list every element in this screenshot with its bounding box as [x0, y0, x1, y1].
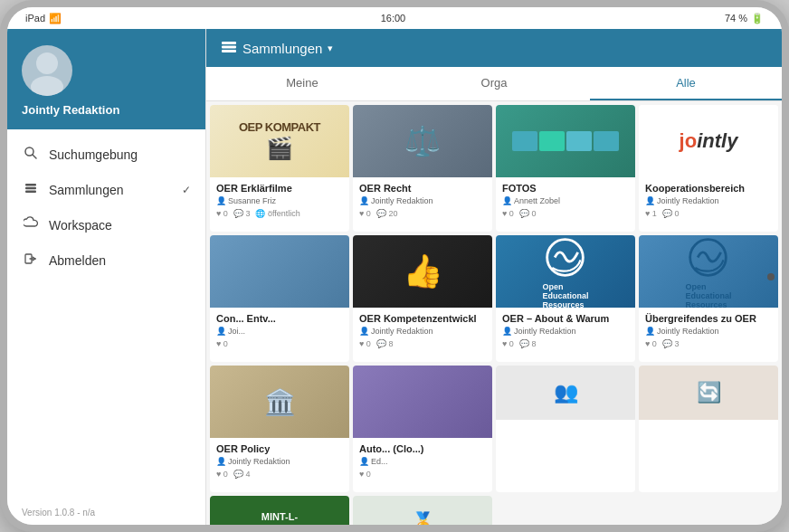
tab-alle[interactable]: Alle	[590, 67, 782, 100]
card-author: 👤Ed...	[359, 457, 486, 466]
scroll-indicator	[767, 273, 775, 280]
card-meta: ♥ 0	[359, 470, 486, 479]
svg-point-0	[36, 52, 58, 74]
card-title: Kooperationsbereich	[645, 182, 772, 195]
status-left: iPad 📶	[25, 13, 62, 24]
status-bar: iPad 📶 16:00 74 % 🔋	[7, 7, 782, 29]
card-info: OER Recht 👤Jointly Redaktion ♥ 0 💬 20	[353, 177, 492, 232]
card-info: Con... Entv... 👤Joi... ♥ 0	[210, 308, 349, 362]
card-row3-1[interactable]: 👥	[496, 366, 635, 492]
card-meta: ♥ 0	[216, 339, 343, 348]
card-info: FOTOS 👤Annett Zobel ♥ 0 💬 0	[496, 177, 635, 232]
card-row3-3[interactable]: MINT-L-OER	[210, 496, 349, 525]
avatar	[22, 45, 72, 96]
check-icon: ✓	[182, 184, 191, 196]
ipad-label: iPad	[25, 13, 45, 24]
card-title: FOTOS	[502, 182, 629, 195]
battery-label: 74 %	[725, 13, 747, 24]
card-uebergreifend[interactable]: OpenEducationalResources Übergreifendes …	[639, 235, 778, 362]
card-meta: ♥ 0 💬 3 🌐 öffentlich	[216, 209, 343, 218]
card-thumbnail: ⚖️	[353, 105, 492, 177]
status-right: 74 % 🔋	[725, 13, 764, 24]
svg-rect-5	[25, 187, 36, 190]
layers-icon	[22, 181, 40, 198]
chevron-down-icon: ▾	[328, 43, 333, 54]
card-thumbnail: 🏛️	[210, 366, 349, 438]
card-oer-kompetenz[interactable]: 👍 OER Kompetenzentwickl 👤Jointly Redakti…	[353, 235, 492, 362]
card-thumbnail: jointly	[639, 105, 778, 177]
card-meta: ♥ 0 💬 8	[502, 339, 629, 348]
card-author: 👤Jointly Redaktion	[645, 327, 772, 336]
svg-point-1	[31, 76, 63, 96]
card-thumbnail: 👍	[353, 235, 492, 308]
card-thumbnail	[353, 366, 492, 438]
card-thumbnail: OpenEducationalResources	[639, 235, 778, 308]
card-fotos[interactable]: FOTOS 👤Annett Zobel ♥ 0 💬 0	[496, 105, 635, 232]
card-title: OER Policy	[216, 442, 343, 455]
card-thumbnail	[496, 105, 635, 177]
sidebar-item-suchumgebung[interactable]: Suchumgebung	[7, 137, 205, 172]
logout-icon	[22, 252, 40, 269]
card-title: OER – About & Warum	[502, 312, 629, 325]
card-thumbnail: 👥	[496, 366, 635, 420]
card-thumbnail	[210, 235, 349, 308]
search-icon	[22, 146, 40, 163]
ipad-content: Jointly Redaktion Suchumgebung	[7, 29, 782, 525]
sidebar-item-sammlungen[interactable]: Sammlungen ✓	[7, 172, 205, 207]
battery-icon: 🔋	[751, 13, 764, 24]
card-info: Kooperationsbereich 👤Jointly Redaktion ♥…	[639, 177, 778, 232]
collections-header-icon	[221, 38, 237, 58]
status-time: 16:00	[381, 13, 406, 24]
card-info: OER – About & Warum 👤Jointly Redaktion ♥…	[496, 308, 635, 362]
card-author: 👤Joi...	[216, 327, 343, 336]
card-title: Con... Entv...	[216, 312, 343, 325]
main-header: Sammlungen ▾	[206, 29, 782, 67]
sidebar-item-label: Suchumgebung	[49, 147, 138, 162]
card-author: 👤Jointly Redaktion	[359, 327, 486, 336]
sidebar-item-label: Abmelden	[49, 253, 106, 268]
card-auto[interactable]: Auto... (Clo...) 👤Ed... ♥ 0	[353, 366, 492, 492]
collections-title: Sammlungen	[242, 41, 322, 56]
tab-bar: Meine Orga Alle	[206, 67, 782, 101]
card-partial1[interactable]: Con... Entv... 👤Joi... ♥ 0	[210, 235, 349, 362]
card-meta: ♥ 0 💬 20	[359, 209, 486, 218]
sidebar-item-abmelden[interactable]: Abmelden	[7, 242, 205, 278]
card-title: Übergreifendes zu OER	[645, 312, 772, 325]
svg-rect-10	[222, 46, 236, 49]
tab-orga[interactable]: Orga	[398, 67, 590, 100]
sidebar-username: Jointly Redaktion	[22, 103, 119, 117]
card-author: 👤Annett Zobel	[502, 196, 629, 205]
ipad-frame: iPad 📶 16:00 74 % 🔋 Jointly Redaktion	[0, 0, 789, 532]
sidebar-item-label: Sammlungen	[49, 183, 124, 197]
sidebar-version: Version 1.0.8 - n/a	[7, 500, 205, 525]
svg-line-3	[33, 155, 36, 158]
main-content: Sammlungen ▾ Meine Orga Alle OEP KOMPAKT…	[206, 29, 782, 525]
sidebar-nav: Suchumgebung Sammlungen ✓	[7, 129, 205, 500]
card-thumbnail: OpenEducationalResources	[496, 235, 635, 308]
sidebar-item-label: Workspace	[49, 218, 112, 233]
sidebar-header: Jointly Redaktion	[7, 29, 205, 129]
card-info: Übergreifendes zu OER 👤Jointly Redaktion…	[639, 308, 778, 362]
card-author: 👤Jointly Redaktion	[502, 327, 629, 336]
card-author: 👤Susanne Friz	[216, 196, 343, 205]
card-oer-erklaerfilme[interactable]: OEP KOMPAKT 🎬 OER Erklärfilme 👤Susanne F…	[210, 105, 349, 232]
card-thumbnail: OEP KOMPAKT 🎬	[210, 105, 349, 177]
wifi-icon: 📶	[49, 13, 62, 24]
card-oer-policy[interactable]: 🏛️ OER Policy 👤Jointly Redaktion ♥ 0 💬 4	[210, 366, 349, 492]
card-author: 👤Jointly Redaktion	[359, 196, 486, 205]
svg-rect-6	[25, 191, 36, 194]
card-meta: ♥ 1 💬 0	[645, 209, 772, 218]
card-oer-about[interactable]: OpenEducationalResources OER – About & W…	[496, 235, 635, 362]
card-kooperation[interactable]: jointly Kooperationsbereich 👤Jointly Red…	[639, 105, 778, 232]
card-info: OER Kompetenzentwickl 👤Jointly Redaktion…	[353, 308, 492, 362]
card-author: 👤Jointly Redaktion	[216, 457, 343, 466]
card-oer-recht[interactable]: ⚖️ OER Recht 👤Jointly Redaktion ♥ 0 💬 20	[353, 105, 492, 232]
card-meta: ♥ 0 💬 3	[645, 339, 772, 348]
card-thumbnail: 🔄	[639, 366, 778, 420]
sidebar-item-workspace[interactable]: Workspace	[7, 207, 205, 242]
card-title: OER Recht	[359, 182, 486, 195]
jointly-logo: jointly	[680, 129, 738, 153]
tab-meine[interactable]: Meine	[206, 67, 398, 100]
card-row3-2[interactable]: 🔄	[639, 366, 778, 492]
card-row3-4[interactable]: 🏅	[353, 496, 492, 525]
